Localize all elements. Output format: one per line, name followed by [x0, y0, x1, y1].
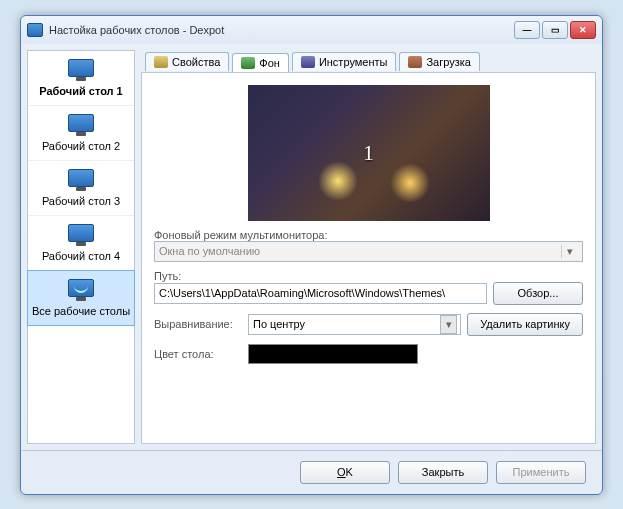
monitor-icon — [66, 59, 96, 81]
preview-glow — [318, 161, 358, 201]
main-panel: Свойства Фон Инструменты Загрузка — [141, 50, 596, 444]
tab-label: Свойства — [172, 56, 220, 68]
sidebar-item-label: Рабочий стол 3 — [30, 195, 132, 207]
titlebar[interactable]: Настойка рабочих столов - Dexpot — ▭ ✕ — [21, 16, 602, 44]
tab-bar: Свойства Фон Инструменты Загрузка — [141, 50, 596, 73]
desktop-number: 1 — [363, 140, 374, 166]
alignment-label: Выравнивание: — [154, 318, 242, 330]
minimize-button[interactable]: — — [514, 21, 540, 39]
alignment-select[interactable]: По центру ▾ — [248, 314, 461, 335]
browse-button[interactable]: Обзор... — [493, 282, 583, 305]
wallpaper-preview: 1 — [248, 85, 490, 221]
background-panel: 1 Фоновый режим мультимонитора: Окна по … — [141, 72, 596, 444]
properties-icon — [154, 56, 168, 68]
tab-properties[interactable]: Свойства — [145, 52, 229, 71]
sidebar-item-label: Рабочий стол 2 — [30, 140, 132, 152]
sidebar-item-label: Рабочий стол 4 — [30, 250, 132, 262]
dialog-buttons: OK Закрыть Применить — [21, 450, 602, 494]
monitor-icon — [66, 114, 96, 136]
sidebar-item-label: Рабочий стол 1 — [30, 85, 132, 97]
path-label: Путь: — [154, 270, 583, 282]
multimonitor-section: Фоновый режим мультимонитора: Окна по ум… — [154, 229, 583, 262]
window-title: Настойка рабочих столов - Dexpot — [49, 24, 514, 36]
app-icon — [27, 23, 43, 37]
monitor-icon — [66, 169, 96, 191]
apply-button: Применить — [496, 461, 586, 484]
tab-label: Загрузка — [426, 56, 470, 68]
background-icon — [241, 57, 255, 69]
color-row: Цвет стола: — [154, 344, 583, 364]
alignment-value: По центру — [253, 318, 305, 330]
desktop-list: Рабочий стол 1 Рабочий стол 2 Рабочий ст… — [27, 50, 135, 444]
startup-icon — [408, 56, 422, 68]
window-controls: — ▭ ✕ — [514, 21, 596, 39]
ok-button[interactable]: OK — [300, 461, 390, 484]
delete-picture-button[interactable]: Удалить картинку — [467, 313, 583, 336]
tools-icon — [301, 56, 315, 68]
path-input[interactable] — [154, 283, 487, 304]
content: Рабочий стол 1 Рабочий стол 2 Рабочий ст… — [21, 44, 602, 450]
chevron-down-icon: ▾ — [440, 315, 457, 334]
sidebar-item-label: Все рабочие столы — [30, 305, 132, 317]
path-section: Путь: Обзор... — [154, 270, 583, 305]
multimonitor-label: Фоновый режим мультимонитора: — [154, 229, 583, 241]
tab-tools[interactable]: Инструменты — [292, 52, 397, 71]
tab-startup[interactable]: Загрузка — [399, 52, 479, 71]
multimonitor-value: Окна по умолчанию — [159, 245, 260, 257]
sidebar-item-desktop-3[interactable]: Рабочий стол 3 — [28, 161, 134, 216]
monitor-icon — [66, 279, 96, 301]
sidebar-item-desktop-4[interactable]: Рабочий стол 4 — [28, 216, 134, 271]
close-dialog-button[interactable]: Закрыть — [398, 461, 488, 484]
monitor-icon — [66, 224, 96, 246]
tab-background[interactable]: Фон — [232, 53, 289, 72]
desk-color-label: Цвет стола: — [154, 348, 242, 360]
sidebar-item-desktop-2[interactable]: Рабочий стол 2 — [28, 106, 134, 161]
sidebar-item-all-desktops[interactable]: Все рабочие столы — [27, 270, 135, 326]
tab-label: Инструменты — [319, 56, 388, 68]
desk-color-swatch[interactable] — [248, 344, 418, 364]
multimonitor-select: Окна по умолчанию ▾ — [154, 241, 583, 262]
sidebar-item-desktop-1[interactable]: Рабочий стол 1 — [28, 51, 134, 106]
close-button[interactable]: ✕ — [570, 21, 596, 39]
chevron-down-icon: ▾ — [561, 245, 578, 258]
alignment-row: Выравнивание: По центру ▾ Удалить картин… — [154, 313, 583, 336]
maximize-button[interactable]: ▭ — [542, 21, 568, 39]
settings-window: Настойка рабочих столов - Dexpot — ▭ ✕ Р… — [20, 15, 603, 495]
preview-glow — [390, 163, 430, 203]
tab-label: Фон — [259, 57, 280, 69]
